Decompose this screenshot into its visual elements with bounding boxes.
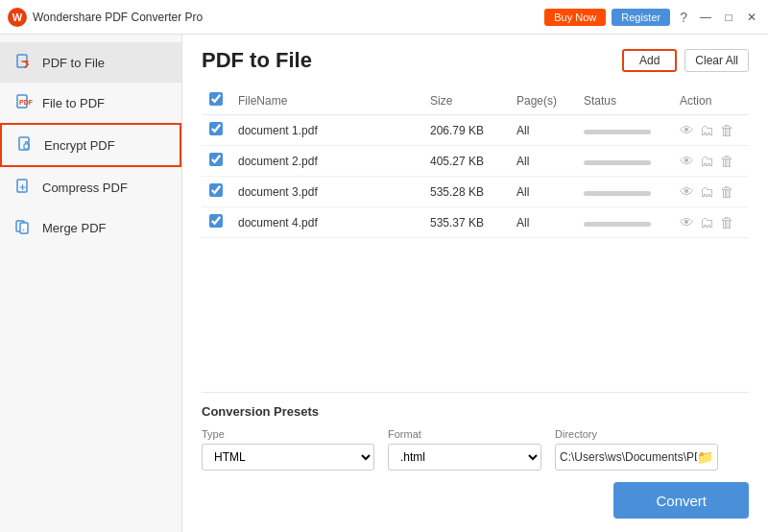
convert-button[interactable]: Convert [613, 482, 749, 519]
status-bar [584, 130, 651, 134]
row-status [576, 115, 672, 146]
sidebar-label-encrypt-pdf: Encrypt PDF [44, 138, 115, 153]
type-select[interactable]: HTMLWordExcelPowerPointImageText [202, 444, 374, 471]
sidebar-item-pdf-to-file[interactable]: PDF to File [0, 42, 181, 83]
delete-icon[interactable]: 🗑 [720, 183, 734, 200]
directory-label: Directory [555, 428, 718, 440]
format-select[interactable]: .html.htm [388, 444, 541, 471]
sidebar-item-compress-pdf[interactable]: Compress PDF [0, 167, 181, 207]
sidebar-item-merge-pdf[interactable]: + Merge PDF [0, 207, 181, 248]
col-pages: Page(s) [509, 86, 576, 115]
sidebar: PDF to File PDF File to PDF Encrypt PDF [0, 35, 182, 532]
sidebar-label-pdf-to-file: PDF to File [42, 56, 105, 70]
col-status: Status [576, 86, 672, 115]
file-table: FileName Size Page(s) Status Action docu… [202, 86, 749, 238]
row-actions: 👁 🗂 🗑 [672, 177, 749, 207]
titlebar: W Wondershare PDF Converter Pro Buy Now … [0, 0, 768, 35]
type-label: Type [202, 428, 374, 440]
buy-now-button[interactable]: Buy Now [544, 9, 606, 26]
table-row: document 4.pdf 535.37 KB All 👁 🗂 🗑 [202, 207, 749, 238]
delete-icon[interactable]: 🗑 [720, 214, 734, 230]
row-pages: All [509, 115, 576, 146]
row-checkbox-0[interactable] [209, 122, 223, 135]
titlebar-actions: Buy Now Register ? — □ ✕ [544, 8, 760, 27]
delete-icon[interactable]: 🗑 [720, 153, 734, 169]
file-table-container: FileName Size Page(s) Status Action docu… [202, 86, 749, 382]
pdf-to-file-icon [13, 52, 35, 73]
svg-text:+: + [22, 227, 26, 232]
app-logo: W [8, 8, 27, 27]
row-filename: document 4.pdf [230, 207, 422, 238]
preview-icon[interactable]: 👁 [680, 122, 694, 138]
main-layout: PDF to File PDF File to PDF Encrypt PDF [0, 35, 768, 532]
row-checkbox-2[interactable] [209, 183, 223, 197]
row-size: 405.27 KB [422, 146, 509, 177]
folder-action-icon[interactable]: 🗂 [700, 153, 714, 169]
row-actions: 👁 🗂 🗑 [672, 207, 749, 238]
preview-icon[interactable]: 👁 [680, 214, 694, 230]
select-all-checkbox[interactable] [209, 92, 223, 106]
row-pages: All [509, 146, 576, 177]
row-status [576, 146, 672, 177]
row-checkbox-3[interactable] [209, 214, 223, 228]
row-checkbox-cell[interactable] [202, 177, 230, 207]
row-pages: All [509, 207, 576, 238]
row-checkbox-1[interactable] [209, 153, 223, 166]
preview-icon[interactable]: 👁 [680, 183, 694, 200]
clear-all-button[interactable]: Clear All [684, 49, 749, 72]
maximize-button[interactable]: □ [720, 9, 737, 26]
row-filename: document 3.pdf [230, 177, 422, 207]
row-filename: document 1.pdf [230, 115, 422, 146]
col-action: Action [672, 86, 749, 115]
table-row: document 3.pdf 535.28 KB All 👁 🗂 🗑 [202, 177, 749, 207]
col-size: Size [422, 86, 509, 115]
header-buttons: Add Clear All [622, 49, 749, 72]
presets-row: Type HTMLWordExcelPowerPointImageText Fo… [202, 428, 749, 471]
col-filename: FileName [230, 86, 422, 115]
row-pages: All [509, 177, 576, 207]
row-size: 206.79 KB [422, 115, 509, 146]
row-checkbox-cell[interactable] [202, 207, 230, 238]
row-size: 535.28 KB [422, 177, 509, 207]
type-group: Type HTMLWordExcelPowerPointImageText [202, 428, 374, 471]
sidebar-item-encrypt-pdf[interactable]: Encrypt PDF [0, 123, 181, 167]
preview-icon[interactable]: 👁 [680, 153, 694, 169]
page-title: PDF to File [202, 48, 312, 73]
help-icon[interactable]: ? [676, 8, 691, 27]
sidebar-item-file-to-pdf[interactable]: PDF File to PDF [0, 83, 181, 123]
app-title: Wondershare PDF Converter Pro [33, 11, 544, 24]
folder-icon[interactable]: 📁 [697, 449, 713, 465]
directory-group: Directory C:\Users\ws\Documents\PDFConve… [555, 428, 718, 471]
content-header: PDF to File Add Clear All [202, 48, 749, 73]
close-button[interactable]: ✕ [743, 9, 760, 26]
bottom-area: Conversion Presets Type HTMLWordExcelPow… [202, 392, 749, 519]
folder-action-icon[interactable]: 🗂 [700, 122, 714, 138]
status-bar [584, 191, 651, 196]
row-status [576, 207, 672, 238]
row-checkbox-cell[interactable] [202, 115, 230, 146]
row-checkbox-cell[interactable] [202, 146, 230, 177]
compress-pdf-icon [13, 177, 35, 198]
register-button[interactable]: Register [612, 9, 670, 26]
sidebar-label-compress-pdf: Compress PDF [42, 181, 128, 195]
col-checkbox [202, 86, 230, 115]
delete-icon[interactable]: 🗑 [720, 122, 734, 138]
format-group: Format .html.htm [388, 428, 541, 471]
row-actions: 👁 🗂 🗑 [672, 115, 749, 146]
encrypt-pdf-icon [15, 134, 36, 156]
sidebar-label-file-to-pdf: File to PDF [42, 96, 105, 110]
presets-label: Conversion Presets [202, 404, 749, 419]
table-header-row: FileName Size Page(s) Status Action [202, 86, 749, 115]
folder-action-icon[interactable]: 🗂 [700, 183, 714, 200]
add-button[interactable]: Add [622, 49, 677, 72]
folder-action-icon[interactable]: 🗂 [700, 214, 714, 230]
content-area: PDF to File Add Clear All FileName Size … [182, 35, 768, 532]
row-size: 535.37 KB [422, 207, 509, 238]
row-filename: document 2.pdf [230, 146, 422, 177]
minimize-button[interactable]: — [697, 9, 714, 26]
table-row: document 1.pdf 206.79 KB All 👁 🗂 🗑 [202, 115, 749, 146]
status-bar [584, 222, 651, 227]
table-row: document 2.pdf 405.27 KB All 👁 🗂 🗑 [202, 146, 749, 177]
directory-text: C:\Users\ws\Documents\PDFConve\ [560, 450, 697, 464]
directory-input-wrap: C:\Users\ws\Documents\PDFConve\ 📁 [555, 444, 718, 471]
